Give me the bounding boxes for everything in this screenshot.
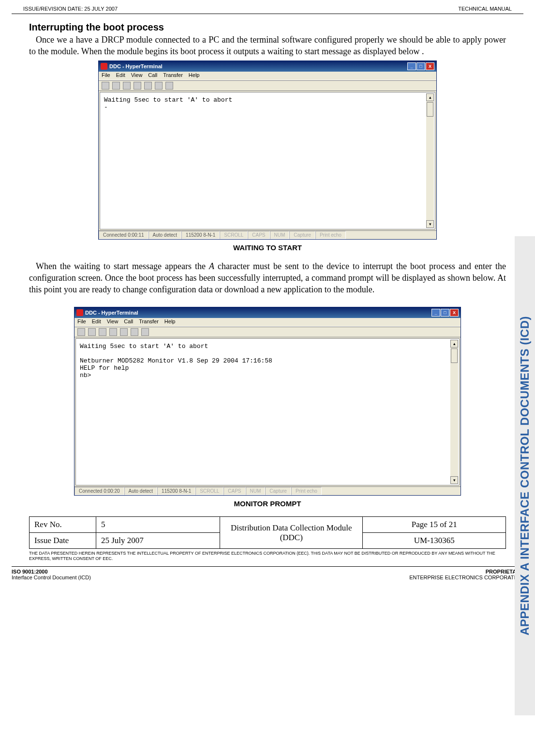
properties-icon[interactable]	[165, 82, 173, 90]
rev-value: 5	[96, 517, 220, 533]
window-title-2: DDC - HyperTerminal	[85, 310, 138, 316]
footer-company: ENTERPRISE ELECTRONICS CORPORATION	[409, 575, 523, 580]
status-baud: 115200 8-N-1	[181, 231, 220, 239]
minimize-button[interactable]: _	[431, 309, 440, 317]
new-icon[interactable]	[77, 328, 85, 336]
menu-view[interactable]: View	[131, 72, 143, 79]
status-scroll: SCROLL	[220, 231, 248, 239]
menu-file[interactable]: File	[102, 72, 110, 79]
menu-call[interactable]: Call	[124, 318, 133, 326]
issue-value: 25 July 2007	[96, 533, 220, 549]
status-baud: 115200 8-N-1	[157, 487, 195, 495]
minimize-button[interactable]: _	[407, 62, 416, 70]
receive-icon[interactable]	[155, 82, 163, 90]
header-right: TECHNICAL MANUAL	[458, 6, 512, 12]
header-left: ISSUE/REVISION DATE: 25 JULY 2007	[23, 6, 118, 12]
call-icon[interactable]	[123, 82, 131, 90]
status-detect: Auto detect	[124, 487, 158, 495]
send-icon[interactable]	[120, 328, 128, 336]
issue-label: Issue Date	[30, 533, 96, 549]
scroll-up-icon[interactable]: ▴	[450, 340, 458, 348]
page-header: ISSUE/REVISION DATE: 25 JULY 2007 TECHNI…	[12, 0, 523, 14]
menu-transfer[interactable]: Transfer	[139, 318, 159, 326]
app-icon	[76, 309, 83, 316]
menu-help[interactable]: Help	[164, 318, 176, 326]
maximize-button[interactable]: □	[441, 309, 449, 317]
status-caps: CAPS	[223, 487, 245, 495]
statusbar-2: Connected 0:00:20 Auto detect 115200 8-N…	[74, 486, 461, 495]
toolbar	[99, 80, 436, 91]
menu-file[interactable]: File	[77, 318, 86, 326]
page-content: Interrupting the boot process Once we a …	[0, 14, 535, 561]
statusbar: Connected 0:00:11 Auto detect 115200 8-N…	[99, 230, 436, 239]
send-icon[interactable]	[144, 82, 152, 90]
legal-notice: THE DATA PRESENTED HEREIN REPRESENTS THE…	[29, 551, 506, 561]
caption-waiting: WAITING TO START	[29, 243, 506, 252]
menubar-2: File Edit View Call Transfer Help	[74, 318, 461, 327]
um-cell: UM-130365	[363, 533, 506, 549]
disconnect-icon[interactable]	[134, 82, 141, 90]
call-icon[interactable]	[99, 328, 106, 336]
status-num: NUM	[270, 231, 290, 239]
scrollbar-2[interactable]: ▴ ▾	[450, 340, 458, 484]
terminal-text: Waiting 5sec to start 'A' to abort -	[101, 93, 426, 114]
status-connected: Connected 0:00:11	[99, 231, 149, 239]
open-icon[interactable]	[88, 328, 96, 336]
menu-transfer[interactable]: Transfer	[163, 72, 183, 79]
info-table: Rev No. 5 Distribution Data Collection M…	[29, 516, 506, 549]
scroll-thumb[interactable]	[427, 102, 433, 117]
scroll-thumb[interactable]	[451, 348, 458, 363]
screenshot-waiting: DDC - HyperTerminal _ □ X File Edit View…	[98, 60, 437, 240]
menu-edit[interactable]: Edit	[92, 318, 101, 326]
section-title: Interrupting the boot process	[29, 22, 506, 33]
intro-paragraph: Once we a have a DRCP module connected t…	[29, 34, 506, 58]
window-titlebar: DDC - HyperTerminal _ □ X	[99, 61, 436, 72]
page-cell: Page 15 of 21	[363, 517, 506, 533]
status-echo: Print echo	[291, 487, 322, 495]
scrollbar[interactable]: ▴ ▾	[426, 93, 434, 228]
side-tab: APPENDIX A INTERFACE CONTROL DOCUMENTS (…	[515, 236, 535, 715]
close-button[interactable]: X	[450, 309, 459, 317]
toolbar-2	[74, 327, 461, 337]
side-tab-label: APPENDIX A INTERFACE CONTROL DOCUMENTS (…	[518, 316, 532, 635]
menubar: File Edit View Call Transfer Help	[99, 72, 436, 80]
scroll-down-icon[interactable]: ▾	[450, 476, 458, 484]
status-detect: Auto detect	[149, 231, 182, 239]
status-capture: Capture	[289, 231, 315, 239]
status-echo: Print echo	[315, 231, 346, 239]
menu-help[interactable]: Help	[189, 72, 200, 79]
caption-monitor: MONITOR PROMPT	[29, 499, 506, 508]
window-title: DDC - HyperTerminal	[109, 63, 163, 69]
menu-view[interactable]: View	[107, 318, 119, 326]
screenshot-monitor: DDC - HyperTerminal _ □ X File Edit View…	[74, 307, 461, 496]
status-num: NUM	[246, 487, 266, 495]
receive-icon[interactable]	[131, 328, 138, 336]
close-button[interactable]: X	[426, 62, 434, 70]
app-icon	[101, 63, 107, 70]
mid-paragraph: When the waiting to start message appear…	[29, 260, 506, 296]
terminal-area: Waiting 5sec to start 'A' to abort - ▴ ▾	[100, 92, 435, 229]
menu-edit[interactable]: Edit	[116, 72, 125, 79]
scroll-up-icon[interactable]: ▴	[426, 93, 434, 101]
new-icon[interactable]	[102, 82, 109, 90]
rev-label: Rev No.	[30, 517, 96, 533]
status-caps: CAPS	[248, 231, 269, 239]
a-char: A	[209, 261, 214, 271]
status-scroll: SCROLL	[195, 487, 223, 495]
maximize-button[interactable]: □	[416, 62, 425, 70]
doc-title-cell: Distribution Data Collection Module (DDC…	[220, 517, 363, 549]
status-connected-2: Connected 0:00:20	[74, 487, 124, 495]
window-titlebar-2: DDC - HyperTerminal _ □ X	[74, 307, 461, 318]
scroll-down-icon[interactable]: ▾	[426, 220, 434, 228]
menu-call[interactable]: Call	[148, 72, 157, 79]
disconnect-icon[interactable]	[109, 328, 117, 336]
footer-proprietary: PROPRIETARY	[409, 569, 523, 575]
terminal-text-2: Waiting 5sec to start 'A' to abort Netbu…	[77, 340, 450, 382]
status-capture: Capture	[265, 487, 291, 495]
page-footer: ISO 9001:2000 Interface Control Document…	[0, 567, 535, 580]
terminal-area-2: Waiting 5sec to start 'A' to abort Netbu…	[75, 338, 460, 485]
properties-icon[interactable]	[141, 328, 149, 336]
footer-icd: Interface Control Document (ICD)	[12, 575, 91, 580]
open-icon[interactable]	[112, 82, 120, 90]
footer-iso: ISO 9001:2000	[12, 569, 91, 575]
